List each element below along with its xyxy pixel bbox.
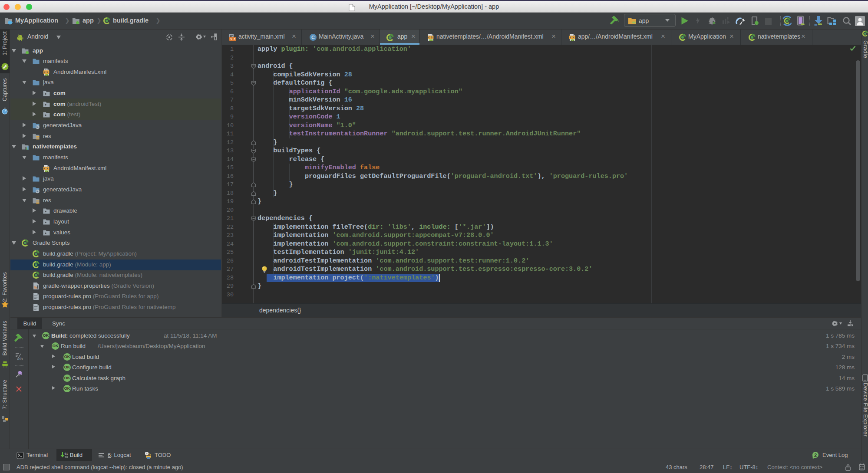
svg-text:C: C [311,35,315,40]
svg-text:2: 2 [814,453,817,458]
svg-text:10: 10 [65,456,68,459]
svg-text:01: 01 [65,453,68,456]
